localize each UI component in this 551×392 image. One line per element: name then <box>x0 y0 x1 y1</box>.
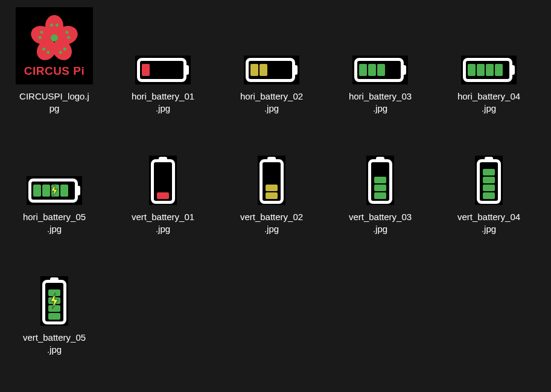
file-thumbnail <box>475 127 503 205</box>
file-item[interactable]: vert_battery_05 .jpg <box>0 247 109 368</box>
file-label: hori_battery_01 .jpg <box>132 90 194 115</box>
battery-horizontal-icon <box>352 55 408 84</box>
file-item[interactable]: vert_battery_01 .jpg <box>109 127 217 247</box>
file-item[interactable]: hori_battery_05 .jpg <box>0 127 109 247</box>
battery-horizontal-icon <box>244 55 299 84</box>
battery-vertical-icon <box>366 156 394 205</box>
battery-vertical-icon <box>149 156 177 205</box>
file-label: CIRCUSPI_logo.j pg <box>19 90 89 115</box>
file-label: hori_battery_05 .jpg <box>23 211 86 236</box>
file-item[interactable]: vert_battery_03 .jpg <box>326 127 435 247</box>
battery-horizontal-icon <box>27 176 82 205</box>
file-thumbnail <box>40 247 68 326</box>
file-grid: CIRCUS Pi CIRCUSPI_logo.j pg hori_batter… <box>0 0 551 368</box>
file-item[interactable]: hori_battery_01 .jpg <box>109 6 217 127</box>
battery-horizontal-icon <box>135 55 191 84</box>
file-thumbnail <box>366 127 394 205</box>
file-label: vert_battery_04 .jpg <box>457 211 520 236</box>
file-thumbnail <box>461 6 517 84</box>
battery-vertical-icon <box>258 156 285 205</box>
battery-vertical-icon <box>475 156 503 205</box>
battery-horizontal-icon <box>461 55 517 84</box>
file-label: vert_battery_05 .jpg <box>23 332 86 356</box>
file-thumbnail <box>27 127 82 205</box>
file-thumbnail <box>258 127 285 205</box>
logo-text: CIRCUS Pi <box>24 65 85 78</box>
file-item[interactable]: CIRCUS Pi CIRCUSPI_logo.j pg <box>0 6 109 127</box>
file-label: hori_battery_04 .jpg <box>457 90 520 115</box>
file-thumbnail <box>244 6 299 84</box>
battery-vertical-icon <box>40 276 68 326</box>
file-item[interactable]: vert_battery_04 .jpg <box>435 127 543 247</box>
file-label: vert_battery_01 .jpg <box>132 211 194 236</box>
file-thumbnail <box>135 6 191 84</box>
file-item[interactable]: hori_battery_02 .jpg <box>217 6 326 127</box>
file-item[interactable]: vert_battery_02 .jpg <box>217 127 326 247</box>
file-item[interactable]: hori_battery_04 .jpg <box>435 6 543 127</box>
file-label: hori_battery_02 .jpg <box>240 90 303 115</box>
file-thumbnail <box>352 6 408 84</box>
file-label: vert_battery_03 .jpg <box>349 211 412 236</box>
logo-thumbnail: CIRCUS Pi <box>16 7 93 84</box>
file-thumbnail: CIRCUS Pi <box>16 6 93 84</box>
file-item[interactable]: hori_battery_03 .jpg <box>326 6 435 127</box>
file-thumbnail <box>149 127 177 205</box>
flower-icon <box>30 14 78 62</box>
file-label: vert_battery_02 .jpg <box>240 211 303 236</box>
file-label: hori_battery_03 .jpg <box>349 90 412 115</box>
